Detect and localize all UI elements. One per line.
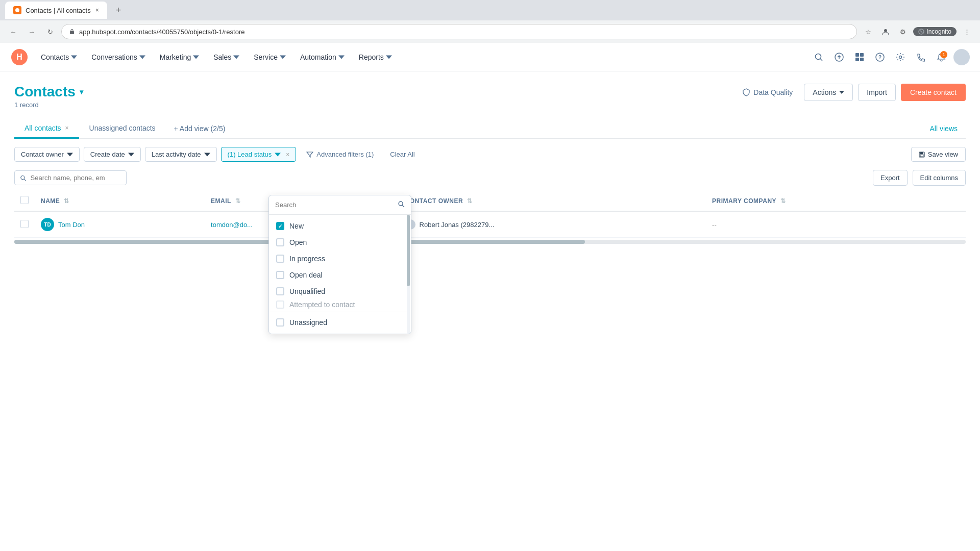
nav-service[interactable]: Service (248, 49, 292, 65)
edit-columns-button[interactable]: Edit columns (913, 170, 966, 186)
dropdown-item-open[interactable]: Open (269, 234, 411, 251)
nav-reports[interactable]: Reports (353, 49, 398, 65)
nav-sales[interactable]: Sales (207, 49, 246, 65)
email-sort-icon: ⇅ (235, 197, 241, 205)
add-view-button[interactable]: + Add view (2/5) (166, 120, 234, 137)
company-cell: -- (706, 211, 966, 238)
search-nav-button[interactable] (811, 49, 827, 65)
dropdown-item-in-progress[interactable]: In progress (269, 251, 411, 267)
help-nav-button[interactable]: ? (872, 49, 888, 65)
dropdown-search-input[interactable] (275, 201, 394, 209)
name-column-header[interactable]: NAME ⇅ (35, 191, 205, 211)
tab-all-contacts[interactable]: All contacts × (14, 119, 79, 139)
lead-status-close[interactable]: × (286, 151, 289, 158)
actions-dropdown-icon (839, 91, 844, 94)
lead-status-dropdown: ✓ New Open In progress Open deal (268, 195, 411, 334)
svg-line-4 (920, 31, 922, 33)
hubspot-logo[interactable]: H (10, 48, 29, 66)
menu-icon[interactable]: ⋮ (960, 24, 974, 39)
row-checkbox[interactable] (20, 220, 29, 228)
page-title-dropdown[interactable]: ▾ (80, 88, 83, 96)
last-activity-dropdown-icon (204, 152, 210, 158)
primary-company-column-header[interactable]: PRIMARY COMPANY ⇅ (706, 191, 966, 211)
svg-point-20 (21, 176, 24, 179)
create-contact-button[interactable]: Create contact (901, 84, 966, 101)
dropdown-item-new[interactable]: ✓ New (269, 218, 411, 234)
data-quality-button[interactable]: Data Quality (736, 85, 799, 99)
import-button[interactable]: Import (858, 84, 896, 101)
export-button[interactable]: Export (873, 170, 908, 186)
check-icon: ✓ (278, 223, 282, 229)
lead-status-filter[interactable]: (1) Lead status × (221, 147, 297, 162)
search-input[interactable] (31, 174, 121, 182)
clear-all-button[interactable]: Clear All (384, 147, 421, 161)
header-actions: Data Quality Actions Import Create conta… (736, 84, 966, 101)
upload-nav-button[interactable] (831, 49, 847, 65)
svg-rect-1 (70, 31, 74, 34)
dropdown-item-unassigned[interactable]: Unassigned (269, 314, 411, 331)
contact-name-link[interactable]: Tom Don (58, 221, 85, 229)
tab-close-button[interactable]: × (95, 7, 99, 14)
row-checkbox-cell (14, 211, 35, 238)
bookmark-icon[interactable]: ☆ (861, 24, 875, 39)
save-view-button[interactable]: Save view (911, 147, 966, 162)
tab-favicon (13, 6, 21, 14)
back-button[interactable]: ← (6, 24, 20, 39)
advanced-filters-button[interactable]: Advanced filters (1) (300, 147, 380, 161)
incognito-badge: Incognito (913, 27, 957, 36)
owner-sort-icon: ⇅ (467, 197, 473, 205)
url-text: app.hubspot.com/contacts/40055750/object… (79, 28, 849, 36)
name-sort-icon: ⇅ (64, 197, 69, 205)
contact-avatar: TD (41, 218, 54, 231)
notifications-nav-button[interactable]: 1 (933, 49, 949, 65)
settings-icon[interactable]: ⚙ (896, 24, 910, 39)
contact-owner-filter[interactable]: Contact owner (14, 147, 80, 162)
dropdown-item-unqualified[interactable]: Unqualified (269, 283, 411, 299)
search-box[interactable] (14, 170, 127, 185)
nav-conversations[interactable]: Conversations (85, 49, 152, 65)
forward-button[interactable]: → (24, 24, 39, 39)
address-bar[interactable]: app.hubspot.com/contacts/40055750/object… (61, 24, 857, 39)
tab-unassigned-contacts[interactable]: Unassigned contacts (79, 119, 166, 139)
tab-title: Contacts | All contacts (26, 7, 91, 14)
table-header-row: NAME ⇅ EMAIL ⇅ R ⇅ CONTACT OWNER (14, 191, 966, 211)
actions-button[interactable]: Actions (804, 84, 853, 101)
notification-count: 1 (940, 51, 947, 58)
table-row: TD Tom Don tomdon@do... (14, 211, 966, 238)
nav-contacts[interactable]: Contacts (35, 49, 83, 65)
create-date-filter[interactable]: Create date (84, 147, 141, 162)
new-tab-button[interactable]: + (111, 3, 126, 17)
reload-button[interactable]: ↻ (43, 24, 57, 39)
close-all-contacts-tab[interactable]: × (65, 124, 69, 132)
settings-nav-button[interactable] (892, 49, 909, 65)
name-cell: TD Tom Don (35, 211, 205, 238)
shield-icon (742, 88, 750, 96)
email-link[interactable]: tomdon@do... (211, 221, 253, 229)
attempted-checkbox (276, 300, 284, 309)
dropdown-divider (269, 312, 411, 312)
browser-nav-icons: ☆ ⚙ Incognito ⋮ (861, 24, 974, 39)
filters-bar: Contact owner Create date Last activity … (14, 147, 966, 162)
phone-nav-button[interactable] (913, 49, 929, 65)
dropdown-scrollbar-thumb[interactable] (407, 215, 410, 286)
page-title: Contacts ▾ (14, 84, 83, 100)
browser-tab[interactable]: Contacts | All contacts × (5, 2, 107, 19)
contact-owner-dropdown-icon (67, 152, 73, 158)
dropdown-item-attempted[interactable]: Attempted to contact (269, 299, 411, 310)
nav-marketing[interactable]: Marketing (154, 49, 205, 65)
select-all-checkbox[interactable] (20, 196, 29, 204)
top-navigation: H Contacts Conversations Marketing Sales… (0, 43, 980, 71)
all-views-button[interactable]: All views (922, 120, 966, 137)
user-avatar[interactable] (953, 49, 970, 65)
contact-owner-column-header[interactable]: CONTACT OWNER ⇅ (399, 191, 706, 211)
profile-icon[interactable] (878, 24, 893, 39)
dropdown-item-open-deal[interactable]: Open deal (269, 267, 411, 283)
contacts-table: NAME ⇅ EMAIL ⇅ R ⇅ CONTACT OWNER (14, 191, 966, 238)
marketplace-nav-button[interactable] (851, 49, 868, 65)
page-content: Contacts ▾ 1 record Data Quality Actions… (0, 71, 980, 551)
horizontal-scrollbar[interactable] (14, 240, 966, 244)
last-activity-filter[interactable]: Last activity date (145, 147, 217, 162)
page-header: Contacts ▾ 1 record Data Quality Actions… (14, 84, 966, 109)
nav-automation[interactable]: Automation (294, 49, 351, 65)
svg-point-16 (899, 56, 902, 58)
